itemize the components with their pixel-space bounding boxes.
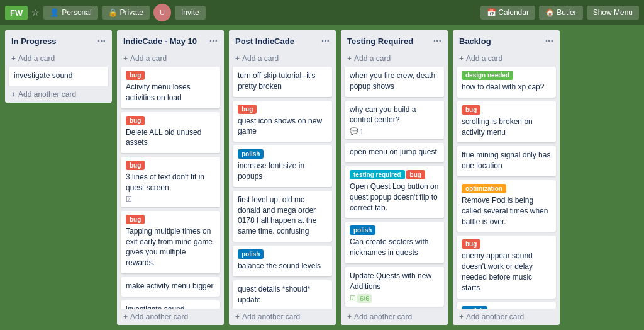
- column-cards-post-indiecade: turn off skip tutorial--it's pretty brok…: [229, 67, 336, 309]
- plus-icon: +: [123, 54, 128, 63]
- column-menu-testing-required[interactable]: ···: [433, 35, 441, 47]
- card-labels: bug: [126, 161, 215, 172]
- card[interactable]: first level up, old mc donald and mega o…: [233, 191, 332, 242]
- plus-icon: +: [347, 54, 352, 63]
- add-another-card-backlog[interactable]: + Add another card: [453, 309, 560, 325]
- label-polish: polish: [462, 306, 487, 309]
- card[interactable]: when you fire crew, death popup shows: [345, 67, 444, 97]
- label-bug: bug: [126, 71, 145, 80]
- plus-icon: +: [459, 312, 464, 321]
- card[interactable]: polishScan Doesn't Have a timeout instea…: [457, 302, 556, 309]
- private-button[interactable]: 🔒 Private: [102, 6, 150, 20]
- card[interactable]: polishCan create sectors with nicknames …: [345, 222, 444, 263]
- card[interactable]: make activity menu bigger: [121, 277, 220, 297]
- card[interactable]: open menu on jump quest: [345, 143, 444, 162]
- card[interactable]: design neededhow to deal with xp cap?: [457, 67, 556, 98]
- card-labels: bug: [126, 71, 215, 82]
- card-text: why can you build a control center?: [350, 105, 439, 126]
- card[interactable]: testing requiredbugOpen Quest Log button…: [345, 166, 444, 218]
- card-text: 3 lines of text don't fit in quest scree…: [126, 172, 215, 193]
- column-header-in-progress: In Progress···: [5, 30, 112, 50]
- calendar-icon: 📅: [487, 8, 496, 17]
- topbar: FW ☆ 👤 Personal 🔒 Private U Invite 📅 Cal…: [0, 0, 644, 25]
- avatar[interactable]: U: [153, 4, 171, 21]
- column-title-post-indiecade: Post IndieCade: [235, 37, 294, 46]
- card[interactable]: polishbalance the sound levels: [233, 246, 332, 276]
- card-labels: testing requiredbug: [350, 170, 439, 181]
- card[interactable]: ftue mining signal only has one location: [457, 146, 556, 176]
- invite-button[interactable]: Invite: [175, 6, 206, 20]
- card-text: increase font size in popups: [238, 161, 327, 182]
- column-backlog: Backlog···+ Add a carddesign neededhow t…: [453, 30, 560, 325]
- card-text: Delete ALL old unused assets: [126, 127, 215, 149]
- card[interactable]: bugenemy appear sound doesn't work or de…: [457, 236, 556, 298]
- add-another-card-in-progress[interactable]: + Add another card: [5, 86, 112, 103]
- label-optimization: optimization: [462, 184, 506, 193]
- card[interactable]: optimizationRemove Pod is being called s…: [457, 180, 556, 232]
- column-header-testing-required: Testing Required···: [341, 30, 448, 50]
- plus-icon: +: [11, 90, 16, 99]
- card-text: investigate sound: [14, 71, 103, 81]
- column-cards-in-progress: investigate sound: [5, 67, 112, 86]
- add-card-top-in-progress[interactable]: + Add a card: [5, 50, 112, 67]
- card-text: open menu on jump quest: [350, 147, 439, 157]
- calendar-button[interactable]: 📅 Calendar: [480, 6, 535, 20]
- card-text: when you fire crew, death popup shows: [350, 71, 439, 92]
- add-card-top-post-indiecade[interactable]: + Add a card: [229, 50, 336, 67]
- card[interactable]: bugTapping multiple times on exit early …: [121, 211, 220, 273]
- column-in-progress: In Progress···+ Add a cardinvestigate so…: [5, 30, 112, 103]
- plus-icon: +: [123, 312, 128, 321]
- column-menu-backlog[interactable]: ···: [545, 35, 553, 47]
- card[interactable]: Update Quests with new Additions☑ 6/6: [345, 267, 444, 307]
- column-title-backlog: Backlog: [459, 37, 491, 46]
- card[interactable]: bugscrolling is broken on activity menu: [457, 101, 556, 143]
- plus-icon: +: [459, 54, 464, 63]
- plus-icon: +: [235, 54, 240, 63]
- column-testing-required: Testing Required···+ Add a cardwhen you …: [341, 30, 448, 325]
- label-bug: bug: [406, 170, 425, 179]
- star-icon[interactable]: ☆: [31, 8, 40, 18]
- personal-button[interactable]: 👤 Personal: [43, 6, 97, 20]
- card[interactable]: investigate sound: [9, 67, 108, 86]
- card-labels: design needed: [462, 71, 551, 82]
- card[interactable]: turn off skip tutorial--it's pretty brok…: [233, 67, 332, 97]
- card-text: enemy appear sound doesn't work or delay…: [462, 251, 551, 293]
- card-text: quest icon shows on new game: [238, 116, 327, 137]
- card-checklist-done: ☑ 6/6: [350, 294, 372, 303]
- column-menu-in-progress[interactable]: ···: [97, 35, 106, 47]
- add-card-top-backlog[interactable]: + Add a card: [453, 50, 560, 67]
- add-another-card-post-indiecade[interactable]: + Add another card: [229, 309, 336, 325]
- card-labels: bug: [462, 105, 551, 117]
- butler-button[interactable]: 🏠 Butler: [539, 6, 583, 20]
- card[interactable]: quest details *should* update: [233, 280, 332, 309]
- comment-icon: 💬: [350, 127, 358, 135]
- column-header-backlog: Backlog···: [453, 30, 560, 50]
- add-another-card-testing-required[interactable]: + Add another card: [341, 309, 448, 325]
- column-menu-post-indiecade[interactable]: ···: [321, 35, 330, 47]
- label-design-needed: design needed: [462, 71, 513, 80]
- column-menu-indiecade[interactable]: ···: [209, 35, 218, 47]
- add-card-top-indiecade[interactable]: + Add a card: [117, 50, 224, 67]
- card[interactable]: polishincrease font size in popups: [233, 145, 332, 187]
- card-labels: bug: [126, 116, 215, 127]
- card[interactable]: investigate sound: [121, 300, 220, 309]
- card-meta: ☑ 6/6: [350, 294, 439, 303]
- card-text: investigate sound: [126, 304, 215, 309]
- column-header-indiecade: IndieCade - May 10···: [117, 30, 224, 50]
- card[interactable]: bug3 lines of text don't fit in quest sc…: [121, 157, 220, 207]
- card-text: Update Quests with new Additions: [350, 271, 439, 292]
- personal-icon: 👤: [50, 8, 59, 17]
- card-labels: polish: [238, 149, 327, 161]
- column-post-indiecade: Post IndieCade···+ Add a cardturn off sk…: [229, 30, 336, 325]
- card[interactable]: why can you build a control center?💬 1: [345, 101, 444, 140]
- add-card-top-testing-required[interactable]: + Add a card: [341, 50, 448, 67]
- label-bug: bug: [126, 116, 145, 125]
- add-another-card-indiecade[interactable]: + Add another card: [117, 309, 224, 325]
- card-text: Remove Pod is being called several times…: [462, 195, 551, 227]
- butler-icon: 🏠: [545, 8, 555, 17]
- show-menu-button[interactable]: Show Menu: [587, 6, 639, 20]
- card-labels: polish: [238, 249, 327, 261]
- card[interactable]: bugActivity menu loses activities on loa…: [121, 67, 220, 108]
- card[interactable]: bugDelete ALL old unused assets: [121, 112, 220, 154]
- card[interactable]: bugquest icon shows on new game: [233, 101, 332, 142]
